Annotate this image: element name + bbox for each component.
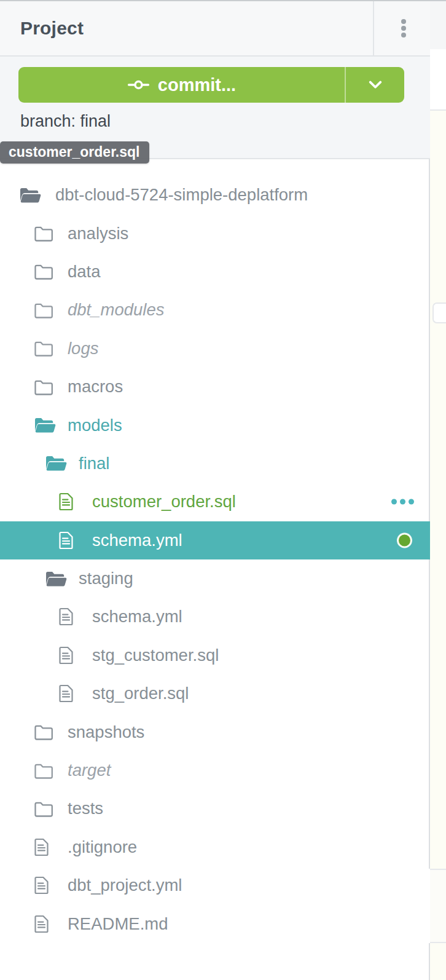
panel-header: Project — [0, 1, 430, 57]
unsaved-changes-dot — [397, 532, 412, 548]
commit-button[interactable]: commit... — [18, 67, 345, 103]
tree-item-macros[interactable]: macros — [0, 368, 430, 406]
file-tree: dbt-cloud-5724-simple-deplatform analysi… — [0, 160, 430, 943]
tree-item-label: analysis — [68, 224, 128, 243]
file-tooltip: customer_order.sql — [0, 141, 149, 164]
tree-item-readme-md[interactable]: README.md — [0, 904, 430, 942]
adjacent-panel-toolbar-strip — [430, 49, 446, 111]
tree-item-staging[interactable]: staging — [0, 559, 430, 598]
file-icon — [33, 834, 58, 860]
tree-item-schema-yml[interactable]: schema.yml — [0, 598, 430, 636]
branch-label: branch: final — [20, 112, 111, 131]
tree-item-label: tests — [68, 799, 103, 818]
tree-item-dbt-cloud-5724-simple-deplatform[interactable]: dbt-cloud-5724-simple-deplatform — [0, 176, 430, 214]
file-icon — [58, 604, 82, 630]
tree-item-label: data — [68, 262, 101, 282]
adjacent-panel-sliver — [430, 0, 446, 980]
tree-item-snapshots[interactable]: snapshots — [0, 713, 430, 751]
file-explorer-panel: Project commit... — [0, 0, 446, 980]
tree-item-label: stg_customer.sql — [92, 646, 219, 665]
tree-item-tests[interactable]: tests — [0, 789, 430, 828]
commit-split-button: commit... — [18, 67, 404, 103]
file-icon — [58, 528, 82, 553]
folder-icon — [33, 719, 58, 745]
tree-item-label: dbt_project.yml — [68, 875, 182, 895]
tree-item-label: .gitignore — [68, 837, 137, 857]
folder-icon — [33, 336, 58, 362]
folder-icon — [33, 297, 58, 323]
git-commit-icon — [127, 78, 150, 92]
folder-open-icon — [18, 182, 43, 208]
folder-icon — [33, 757, 58, 783]
tree-item-dbt-modules[interactable]: dbt_modules — [0, 291, 430, 329]
tree-item-stg-order-sql[interactable]: stg_order.sql — [0, 674, 430, 713]
tree-item-label: customer_order.sql — [92, 492, 236, 512]
tree-item-label: dbt-cloud-5724-simple-deplatform — [55, 185, 308, 205]
tree-item-gitignore[interactable]: .gitignore — [0, 828, 430, 866]
tree-item-label: final — [79, 454, 109, 473]
tree-item-label: logs — [68, 339, 98, 358]
tree-item-models[interactable]: models — [0, 406, 430, 444]
top-divider — [0, 0, 446, 1]
panel-collapse-handle[interactable] — [432, 302, 446, 323]
file-icon — [58, 642, 82, 668]
file-actions-menu[interactable] — [391, 496, 414, 508]
tree-item-dbt-project-yml[interactable]: dbt_project.yml — [0, 866, 430, 904]
folder-open-icon — [33, 413, 58, 438]
tree-item-logs[interactable]: logs — [0, 330, 430, 368]
tree-item-label: staging — [79, 569, 133, 588]
tree-item-label: snapshots — [68, 722, 144, 742]
folder-icon — [33, 796, 58, 821]
folder-icon — [33, 259, 58, 285]
panel-title: Project — [20, 18, 84, 39]
tree-item-label: README.md — [68, 914, 168, 934]
tree-item-label: dbt_modules — [68, 300, 164, 320]
file-icon — [58, 681, 82, 706]
tree-item-label: stg_order.sql — [92, 684, 189, 703]
tree-item-analysis[interactable]: analysis — [0, 214, 430, 252]
tree-item-customer-order-sql[interactable]: customer_order.sql — [0, 483, 430, 521]
file-icon — [33, 911, 58, 937]
folder-open-icon — [44, 566, 69, 591]
tree-item-final[interactable]: final — [0, 445, 430, 483]
tree-item-label: macros — [68, 377, 123, 397]
tree-item-schema-yml[interactable]: schema.yml — [0, 521, 430, 559]
tree-item-label: schema.yml — [92, 607, 182, 626]
panel-menu-button[interactable] — [388, 9, 420, 48]
tree-item-target[interactable]: target — [0, 751, 430, 789]
adjacent-panel-header-strip — [430, 0, 446, 49]
chevron-down-icon — [369, 81, 382, 89]
tree-item-stg-customer-sql[interactable]: stg_customer.sql — [0, 636, 430, 674]
commit-button-label: commit... — [158, 75, 236, 95]
header-divider — [373, 1, 374, 55]
commit-dropdown-button[interactable] — [345, 67, 404, 103]
folder-icon — [33, 221, 58, 247]
adjacent-panel-widget — [430, 869, 446, 943]
tree-item-data[interactable]: data — [0, 253, 430, 291]
folder-icon — [33, 374, 58, 400]
file-icon — [33, 872, 58, 898]
panel-right-border — [429, 943, 430, 980]
folder-open-icon — [44, 451, 69, 476]
tree-item-label: schema.yml — [92, 531, 182, 550]
tree-item-label: models — [68, 416, 122, 435]
file-icon — [58, 489, 82, 515]
tree-item-label: target — [68, 761, 111, 780]
